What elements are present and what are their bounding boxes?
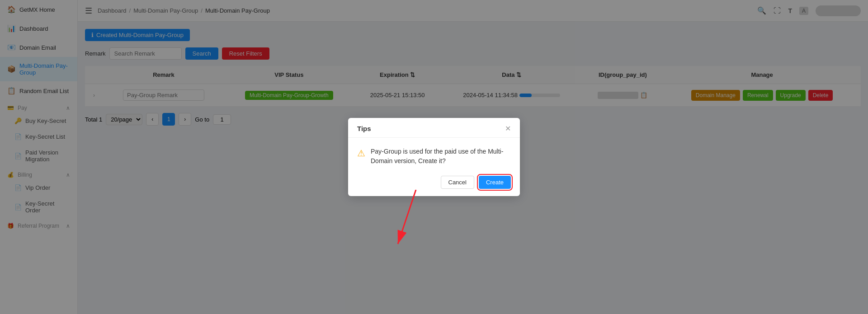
modal-overlay: Tips ✕ ⚠ Pay-Group is used for the paid …: [0, 0, 868, 314]
create-button[interactable]: Create: [479, 176, 511, 189]
modal-close-button[interactable]: ✕: [505, 124, 511, 133]
modal-footer: Cancel Create: [348, 170, 520, 196]
modal-body: ⚠ Pay-Group is used for the paid use of …: [348, 138, 520, 170]
modal-message: Pay-Group is used for the paid use of th…: [371, 147, 511, 166]
modal-header: Tips ✕: [348, 118, 520, 138]
cancel-button[interactable]: Cancel: [441, 176, 474, 189]
modal-title: Tips: [357, 125, 371, 132]
warning-icon: ⚠: [357, 148, 365, 159]
tips-modal: Tips ✕ ⚠ Pay-Group is used for the paid …: [348, 118, 520, 196]
